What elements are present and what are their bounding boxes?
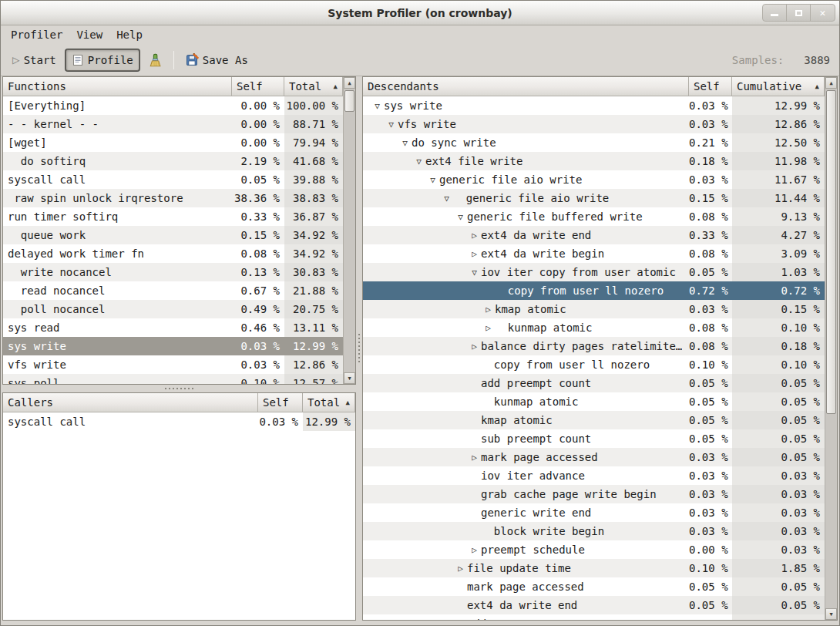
function-name-cell: delayed_work_timer_fn: [3, 244, 232, 263]
save-floppy-icon: [186, 53, 199, 66]
tree-row[interactable]: sub_preempt_count0.05 %0.05 %: [363, 429, 825, 448]
table-row[interactable]: __poll_nocancel0.49 %20.75 %: [3, 300, 343, 318]
title-bar[interactable]: System Profiler (on crownbay) ✕: [1, 1, 839, 25]
tree-row[interactable]: add_preempt_count0.05 %0.05 %: [363, 374, 825, 392]
expander-open-icon[interactable]: ▽: [426, 175, 439, 185]
expander-closed-icon[interactable]: ▷: [468, 342, 481, 352]
tree-row[interactable]: ▷preempt_schedule0.00 %0.03 %: [363, 540, 825, 559]
tree-row[interactable]: ▽vfs_write0.03 %12.86 %: [363, 115, 825, 133]
start-button[interactable]: ▷ Start: [7, 50, 62, 70]
tree-row[interactable]: ▽sys_write0.03 %12.99 %: [363, 96, 825, 115]
tree-row[interactable]: ▷balance_dirty_pages_ratelimite…0.08 %0.…: [363, 337, 825, 355]
table-row[interactable]: delayed_work_timer_fn0.08 %34.92 %: [3, 244, 343, 263]
expander-closed-icon[interactable]: ▷: [468, 249, 481, 259]
tree-row[interactable]: __kunmap_atomic0.05 %0.05 %: [363, 392, 825, 411]
minimize-button[interactable]: [763, 5, 787, 21]
self-value-cell: 0.00 %: [232, 99, 284, 112]
tree-row[interactable]: kmap_atomic0.05 %0.05 %: [363, 411, 825, 429]
table-row[interactable]: __do_softirq2.19 %41.68 %: [3, 152, 343, 170]
tree-row[interactable]: ▷ext4_da_write_begin0.08 %3.09 %: [363, 244, 825, 263]
tree-row[interactable]: ▽generic_file_aio_write0.03 %11.67 %: [363, 170, 825, 189]
table-row[interactable]: _raw_spin_unlock_irqrestore38.36 %38.83 …: [3, 189, 343, 207]
scroll-up-icon[interactable]: ▲: [344, 77, 355, 89]
tree-row[interactable]: __block_write_begin0.03 %0.03 %: [363, 522, 825, 540]
functions-scrollbar[interactable]: ▲ ▼: [343, 77, 355, 384]
scroll-up-icon[interactable]: ▲: [825, 77, 837, 89]
close-button[interactable]: ✕: [811, 5, 835, 21]
tree-row[interactable]: ▽generic_file_buffered_write0.08 %9.13 %: [363, 207, 825, 226]
self-column-header[interactable]: Self: [232, 77, 284, 96]
tree-row[interactable]: ▽iov_iter_copy_from_user_atomic0.05 %1.0…: [363, 263, 825, 281]
scroll-down-icon[interactable]: ▼: [825, 608, 837, 620]
tree-row[interactable]: ext4_da_write_end0.05 %0.05 %: [363, 596, 825, 614]
reset-button[interactable]: [143, 49, 167, 71]
tree-row[interactable]: ▷mark_page_accessed0.03 %0.05 %: [363, 448, 825, 466]
callers-column-header[interactable]: Callers: [3, 393, 258, 412]
menu-profiler[interactable]: Profiler: [4, 27, 69, 42]
expander-open-icon[interactable]: ▽: [454, 212, 467, 222]
horizontal-splitter[interactable]: [2, 385, 356, 392]
tree-row[interactable]: ▷kmap_atomic0.03 %0.15 %: [363, 300, 825, 318]
table-row[interactable]: [Everything]0.00 %100.00 %: [3, 96, 343, 115]
expander-closed-icon[interactable]: ▷: [454, 564, 467, 574]
expander-closed-icon[interactable]: ▷: [482, 323, 495, 333]
descendants-column-header[interactable]: Descendants: [363, 77, 689, 96]
tree-row[interactable]: __copy_from_user_ll_nozero0.10 %0.10 %: [363, 355, 825, 374]
table-row[interactable]: __read_nocancel0.67 %21.88 %: [3, 281, 343, 300]
tree-row[interactable]: ▽__generic_file_aio_write0.15 %11.44 %: [363, 189, 825, 207]
profile-label: Profile: [88, 54, 133, 66]
menu-help[interactable]: Help: [109, 27, 150, 42]
scroll-down-icon[interactable]: ▼: [344, 372, 355, 384]
vertical-splitter[interactable]: [356, 76, 362, 621]
expander-open-icon[interactable]: ▽: [371, 101, 384, 111]
expander-open-icon[interactable]: ▽: [385, 119, 398, 130]
tree-row[interactable]: add_preempt_count0.03 %0.03 %: [363, 614, 825, 620]
self-value-cell: 0.08 %: [689, 210, 732, 223]
tree-row[interactable]: ▽do_sync_write0.21 %12.50 %: [363, 133, 825, 152]
total-value-cell: 41.68 %: [284, 152, 343, 170]
profile-toggle-button[interactable]: Profile: [66, 49, 139, 71]
expander-closed-icon[interactable]: ▷: [468, 231, 481, 241]
table-row[interactable]: - - kernel - -0.00 %88.71 %: [3, 115, 343, 133]
table-row[interactable]: sys_read0.46 %13.11 %: [3, 318, 343, 337]
self-column-header[interactable]: Self: [258, 393, 303, 412]
table-row[interactable]: __write_nocancel0.13 %30.83 %: [3, 263, 343, 281]
self-value-cell: 0.03 %: [689, 118, 732, 130]
table-row[interactable]: vfs_write0.03 %12.86 %: [3, 355, 343, 374]
menu-view[interactable]: View: [69, 27, 109, 42]
tree-row[interactable]: generic_write_end0.03 %0.03 %: [363, 503, 825, 522]
tree-row[interactable]: __copy_from_user_ll_nozero0.72 %0.72 %: [363, 281, 825, 300]
total-column-header[interactable]: Total▲: [284, 77, 343, 96]
scroll-thumb[interactable]: [344, 90, 354, 112]
tree-row[interactable]: ▷__kunmap_atomic0.08 %0.10 %: [363, 318, 825, 337]
expander-closed-icon[interactable]: ▷: [482, 305, 495, 315]
save-as-button[interactable]: Save As: [180, 49, 254, 70]
self-column-header[interactable]: Self: [689, 77, 732, 96]
cumulative-column-header[interactable]: Cumulative▲: [732, 77, 825, 96]
tree-row[interactable]: mark_page_accessed0.05 %0.05 %: [363, 577, 825, 596]
expander-closed-icon[interactable]: ▷: [468, 453, 481, 463]
scroll-thumb[interactable]: [826, 90, 836, 414]
functions-column-header[interactable]: Functions: [3, 77, 232, 96]
table-row[interactable]: [wget]0.00 %79.94 %: [3, 133, 343, 152]
table-row[interactable]: syscall_call0.03 %12.99 %: [3, 412, 355, 431]
table-row[interactable]: sys_write0.03 %12.99 %: [3, 337, 343, 355]
tree-row[interactable]: ▷file_update_time0.10 %1.85 %: [363, 559, 825, 577]
self-value-cell: 0.03 %: [689, 470, 732, 482]
tree-row[interactable]: grab_cache_page_write_begin0.03 %0.03 %: [363, 485, 825, 503]
expander-closed-icon[interactable]: ▷: [468, 545, 481, 555]
expander-open-icon[interactable]: ▽: [440, 194, 453, 204]
expander-open-icon[interactable]: ▽: [468, 268, 481, 278]
table-row[interactable]: syscall_call0.05 %39.88 %: [3, 170, 343, 189]
maximize-button[interactable]: [787, 5, 811, 21]
expander-open-icon[interactable]: ▽: [412, 156, 425, 167]
table-row[interactable]: run_timer_softirq0.33 %36.87 %: [3, 207, 343, 226]
tree-row[interactable]: ▽ext4_file_write0.18 %11.98 %: [363, 152, 825, 170]
tree-row[interactable]: ▷ext4_da_write_end0.33 %4.27 %: [363, 226, 825, 244]
expander-open-icon[interactable]: ▽: [398, 138, 412, 148]
total-column-header[interactable]: Total▲: [303, 393, 355, 412]
tree-row[interactable]: iov_iter_advance0.03 %0.03 %: [363, 466, 825, 485]
table-row[interactable]: sys_poll0.10 %12.57 %: [3, 374, 343, 384]
table-row[interactable]: __queue_work0.15 %34.92 %: [3, 226, 343, 244]
descendants-scrollbar[interactable]: ▲ ▼: [825, 77, 837, 620]
